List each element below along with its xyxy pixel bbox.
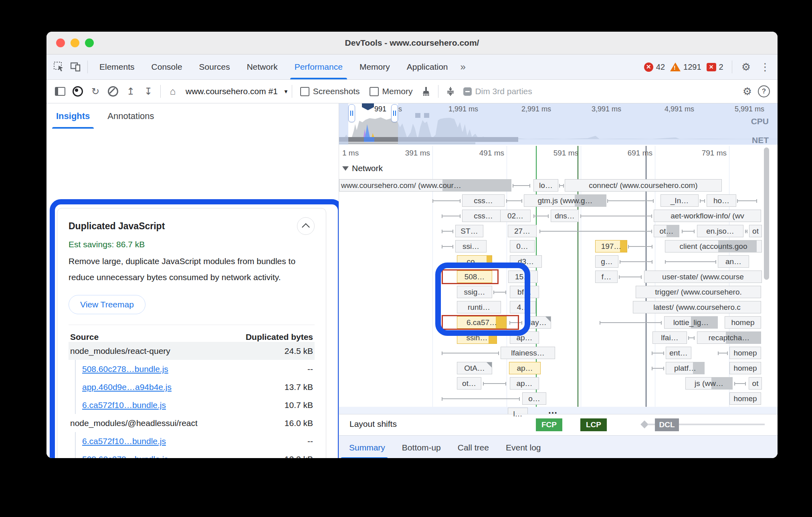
network-request-box[interactable]: ssi… — [455, 240, 487, 252]
download-profile-icon[interactable]: ↧ — [141, 85, 155, 98]
network-request-box[interactable]: trigger/ (www.coursehero. — [636, 286, 761, 298]
issues-icon[interactable]: ✕ — [707, 63, 716, 71]
lcp-badge[interactable]: LCP — [580, 418, 607, 431]
overflow-ellipsis[interactable]: … — [548, 405, 557, 416]
network-request-box[interactable]: homep — [729, 347, 761, 359]
script-link[interactable]: 508.60c278…bundle.js — [82, 454, 168, 458]
kebab-menu-icon[interactable]: ⋮ — [757, 61, 774, 73]
vertical-scrollbar[interactable] — [764, 147, 769, 280]
network-request-box[interactable]: g… — [595, 255, 618, 268]
network-request-box[interactable]: latest/ (www.coursehero.c — [633, 301, 761, 313]
tab-performance[interactable]: Performance — [286, 55, 351, 79]
network-request-box[interactable]: client (accounts.goo — [665, 240, 762, 252]
script-link[interactable]: 6.ca572f10…bundle.js — [82, 436, 166, 446]
network-request-box[interactable]: css… — [462, 210, 505, 222]
inspect-icon[interactable] — [52, 60, 66, 74]
tab-sources[interactable]: Sources — [191, 55, 238, 79]
tab-annotations[interactable]: Annotations — [107, 103, 154, 129]
network-request-box[interactable]: css… — [462, 194, 505, 207]
tab-elements[interactable]: Elements — [91, 55, 143, 79]
network-request-box[interactable]: ap… — [509, 362, 541, 374]
device-toolbar-icon[interactable] — [69, 60, 83, 74]
history-select[interactable]: www.coursehero.com #1 — [186, 87, 278, 96]
network-request-box[interactable]: lfainess… — [501, 347, 555, 359]
network-request-box[interactable]: o… — [522, 392, 546, 405]
network-request-box[interactable]: js (ww… — [685, 377, 733, 390]
settings-gear-icon[interactable]: ⚙ — [738, 61, 754, 73]
timeline-overview[interactable]: 1,991 ms2,991 ms3,991 ms4,991 ms5,991 ms… — [339, 103, 778, 145]
tab-application[interactable]: Application — [398, 55, 456, 79]
network-request-box[interactable]: an… — [718, 255, 749, 268]
network-request-box[interactable]: ST… — [455, 225, 483, 237]
dcl-badge[interactable]: DCL — [655, 418, 679, 431]
network-request-box[interactable]: lo… — [533, 179, 558, 192]
view-treemap-button[interactable]: View Treemap — [69, 295, 145, 314]
tab-network[interactable]: Network — [238, 55, 286, 79]
network-request-box[interactable]: 197… — [595, 240, 627, 252]
script-link[interactable]: app.460d9e…a94b4e.js — [82, 382, 172, 392]
home-icon[interactable]: ⌂ — [166, 85, 180, 98]
network-request-box[interactable]: 0… — [510, 240, 535, 252]
network-request-box[interactable]: ap… — [510, 377, 539, 390]
duplicate-script-link-row[interactable]: app.460d9e…a94b4e.js13.7 kB — [75, 378, 315, 396]
network-request-box[interactable]: 02… — [500, 210, 531, 222]
tab-call-tree[interactable]: Call tree — [449, 436, 497, 458]
network-request-box[interactable]: homep — [729, 362, 761, 374]
duplicate-script-link-row[interactable]: 508.60c278…bundle.js12.3 kB — [75, 450, 315, 458]
reload-record-icon[interactable]: ↻ — [89, 85, 102, 98]
network-request-box[interactable]: ent… — [666, 347, 691, 359]
network-request-box[interactable]: OtA… — [457, 362, 492, 374]
network-conditions-icon[interactable] — [444, 85, 457, 98]
tab-console[interactable]: Console — [143, 55, 191, 79]
network-request-box[interactable]: ot — [749, 377, 762, 390]
capture-settings-gear-icon[interactable]: ⚙ — [739, 85, 755, 98]
duplicated-js-insight-card[interactable]: Duplicated JavaScript Est savings: 86.7 … — [57, 208, 326, 458]
memory-checkbox[interactable]: Memory — [370, 87, 413, 96]
network-request-box[interactable]: connect/ (www.coursehero.com) — [565, 179, 722, 192]
more-tabs-icon[interactable]: » — [456, 61, 469, 73]
duplicate-script-link-row[interactable]: 508.60c278…bundle.js-- — [75, 360, 315, 378]
network-request-box[interactable]: en.jso… — [697, 225, 743, 237]
toggle-sidebar-icon[interactable] — [53, 85, 67, 98]
upload-profile-icon[interactable]: ↥ — [124, 85, 137, 98]
network-request-box[interactable]: homep — [725, 316, 761, 329]
tab-summary[interactable]: Summary — [341, 436, 394, 458]
screenshots-checkbox[interactable]: Screenshots — [300, 87, 360, 96]
network-request-box[interactable]: _In… — [661, 194, 699, 207]
dim-3rd-parties-toggle[interactable]: Dim 3rd parties — [463, 87, 532, 96]
network-request-box[interactable]: f… — [595, 271, 618, 283]
tab-insights[interactable]: Insights — [56, 103, 90, 129]
fcp-badge[interactable]: FCP — [536, 418, 562, 431]
overview-right-handle[interactable] — [391, 104, 398, 122]
warning-count[interactable]: 1291 — [683, 63, 701, 72]
network-request-box[interactable]: user-state/ (www.course — [644, 271, 762, 283]
record-icon[interactable] — [71, 85, 85, 98]
duplicate-script-link-row[interactable]: 6.ca572f10…bundle.js-- — [75, 432, 315, 450]
collapse-button[interactable] — [297, 217, 315, 235]
network-request-box[interactable]: recaptcha… — [697, 331, 761, 344]
network-request-box[interactable]: lottie_lig… — [664, 316, 718, 329]
help-icon[interactable]: ? — [757, 85, 771, 98]
gc-broom-icon[interactable] — [419, 85, 433, 98]
error-icon[interactable]: ✕ — [644, 63, 653, 72]
network-track-header[interactable]: Network — [342, 164, 383, 173]
network-request-box[interactable]: ot — [749, 225, 762, 237]
network-request-box[interactable]: homep — [729, 392, 761, 405]
script-link[interactable]: 6.ca572f10…bundle.js — [82, 400, 166, 410]
network-request-box[interactable]: aet-workflow-info/ (wv — [654, 210, 761, 222]
warning-icon[interactable] — [670, 63, 681, 71]
network-request-box[interactable]: ho… — [707, 194, 736, 207]
network-request-box[interactable]: lfai… — [652, 331, 687, 344]
tab-event-log[interactable]: Event log — [497, 436, 549, 458]
network-request-box[interactable]: www.coursehero.com/ (www.cour… — [339, 179, 511, 192]
network-request-box[interactable]: 27… — [508, 225, 537, 237]
network-request-box[interactable]: gtm.js (www.g… — [524, 194, 606, 207]
duplicate-script-link-row[interactable]: 6.ca572f10…bundle.js10.7 kB — [75, 396, 315, 414]
network-request-box[interactable]: ot… — [457, 377, 481, 390]
error-count[interactable]: 42 — [656, 63, 665, 72]
clear-icon[interactable] — [106, 85, 120, 98]
tab-memory[interactable]: Memory — [351, 55, 398, 79]
tab-bottom-up[interactable]: Bottom-up — [394, 436, 449, 458]
network-request-box[interactable]: platf… — [666, 362, 705, 374]
network-request-box[interactable]: ot… — [654, 225, 679, 237]
